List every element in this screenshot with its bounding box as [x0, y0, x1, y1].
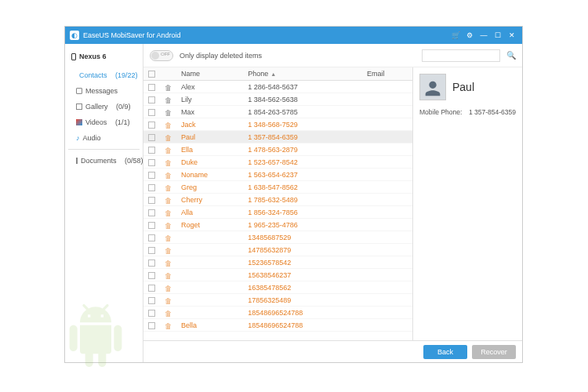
- table-row[interactable]: 🗑Paul1 357-854-6359: [143, 131, 412, 143]
- messages-icon: [76, 88, 82, 94]
- deleted-only-toggle[interactable]: [150, 50, 173, 61]
- cell-phone: 1 478-563-2879: [243, 143, 362, 156]
- cell-phone: 1 785-632-5489: [243, 194, 362, 206]
- device-name[interactable]: Nexus 6: [68, 50, 140, 63]
- search-icon[interactable]: 🔍: [506, 51, 516, 60]
- trash-icon: 🗑: [165, 222, 172, 229]
- cell-phone: 1 348-568-7529: [243, 118, 362, 131]
- sidebar-item-messages[interactable]: Messages: [68, 83, 140, 99]
- table-row[interactable]: 🗑15236578542: [143, 256, 412, 269]
- sidebar-item-videos[interactable]: Videos (1/1): [68, 114, 140, 130]
- cell-phone: 1 563-654-6237: [243, 169, 362, 181]
- table-row[interactable]: 🗑Jack1 348-568-7529: [143, 118, 412, 131]
- row-checkbox[interactable]: [148, 109, 155, 116]
- row-checkbox[interactable]: [148, 260, 155, 267]
- avatar: [419, 74, 446, 100]
- cell-phone: 15236578542: [243, 256, 362, 269]
- table-row[interactable]: 🗑Ella1 478-563-2879: [143, 143, 412, 156]
- cell-phone: 17856325489: [243, 294, 362, 307]
- row-checkbox[interactable]: [148, 234, 155, 241]
- detail-phone-value: 1 357-854-6359: [469, 108, 516, 116]
- cell-name: Jack: [176, 118, 243, 131]
- row-checkbox[interactable]: [148, 272, 155, 279]
- row-checkbox[interactable]: [148, 197, 155, 204]
- cell-name: [176, 269, 243, 281]
- cell-email: [362, 118, 412, 131]
- row-checkbox[interactable]: [148, 285, 155, 292]
- table-row[interactable]: 🗑Greg1 638-547-8562: [143, 181, 412, 194]
- cell-email: [362, 143, 412, 156]
- cell-name: Bella: [176, 319, 243, 332]
- select-all-checkbox[interactable]: [148, 71, 155, 78]
- row-checkbox[interactable]: [148, 96, 155, 103]
- cell-name: Max: [176, 106, 243, 118]
- row-checkbox[interactable]: [148, 172, 155, 179]
- cell-email: [362, 156, 412, 169]
- close-icon[interactable]: ✕: [506, 30, 517, 41]
- cell-phone: 1 638-547-8562: [243, 181, 362, 194]
- table-row[interactable]: 🗑Duke1 523-657-8542: [143, 156, 412, 169]
- table-row[interactable]: 🗑Cherry1 785-632-5489: [143, 194, 412, 206]
- maximize-icon[interactable]: ☐: [492, 30, 503, 41]
- table-row[interactable]: 🗑Max1 854-263-5785: [143, 106, 412, 118]
- app-icon: [70, 31, 79, 40]
- table-row[interactable]: 🗑17856325489: [143, 294, 412, 307]
- contacts-table[interactable]: Name Phone▲ Email 🗑Alex1 286-548-5637🗑Li…: [143, 67, 412, 340]
- trash-icon: 🗑: [165, 310, 172, 317]
- col-name[interactable]: Name: [176, 67, 243, 81]
- table-row[interactable]: 🗑Bella18548696524788: [143, 319, 412, 332]
- row-checkbox[interactable]: [148, 84, 155, 91]
- row-checkbox[interactable]: [148, 222, 155, 229]
- row-checkbox[interactable]: [148, 209, 155, 216]
- table-row[interactable]: 🗑Alex1 286-548-5637: [143, 81, 412, 93]
- cell-name: Greg: [176, 181, 243, 194]
- cell-name: Roget: [176, 219, 243, 231]
- minimize-icon[interactable]: —: [478, 30, 489, 41]
- gallery-icon: [76, 103, 82, 110]
- cell-phone: 14785632879: [243, 244, 362, 256]
- row-checkbox[interactable]: [148, 297, 155, 304]
- row-checkbox[interactable]: [148, 247, 155, 254]
- table-row[interactable]: 🗑18548696524788: [143, 307, 412, 319]
- back-button[interactable]: Back: [423, 345, 467, 359]
- table-row[interactable]: 🗑14785632879: [143, 244, 412, 256]
- sort-asc-icon: ▲: [270, 71, 276, 77]
- row-checkbox[interactable]: [148, 322, 155, 329]
- cart-icon[interactable]: 🛒: [450, 30, 461, 41]
- cell-phone: 18548696524788: [243, 319, 362, 332]
- recover-button[interactable]: Recover: [472, 345, 516, 359]
- table-row[interactable]: 🗑Lily1 384-562-5638: [143, 93, 412, 106]
- table-row[interactable]: 🗑Noname1 563-654-6237: [143, 169, 412, 181]
- row-checkbox[interactable]: [148, 184, 155, 191]
- cell-phone: 1 856-324-7856: [243, 206, 362, 219]
- settings-icon[interactable]: ⚙: [464, 30, 475, 41]
- app-title: EaseUS MobiSaver for Android: [83, 31, 181, 39]
- table-row[interactable]: 🗑16385478562: [143, 281, 412, 294]
- cell-email: [362, 281, 412, 294]
- cell-phone: 15638546237: [243, 269, 362, 281]
- cell-phone: 1 357-854-6359: [243, 131, 362, 143]
- cell-email: [362, 219, 412, 231]
- row-checkbox[interactable]: [148, 134, 155, 141]
- sidebar-item-contacts[interactable]: Contacts (19/22): [68, 67, 140, 83]
- documents-icon: [76, 158, 78, 164]
- table-row[interactable]: 🗑Roget1 965-235-4786: [143, 219, 412, 231]
- sidebar-item-gallery[interactable]: Gallery (0/9): [68, 99, 140, 114]
- col-phone[interactable]: Phone▲: [243, 67, 362, 81]
- table-row[interactable]: 🗑15638546237: [143, 269, 412, 281]
- sidebar-item-audio[interactable]: ♪ Audio: [68, 130, 140, 146]
- row-checkbox[interactable]: [148, 310, 155, 317]
- app-window: EaseUS MobiSaver for Android 🛒 ⚙ — ☐ ✕ N…: [64, 26, 523, 363]
- cell-name: Alex: [176, 81, 243, 93]
- row-checkbox[interactable]: [148, 159, 155, 166]
- sidebar-item-documents[interactable]: Documents (0/58): [68, 153, 140, 169]
- audio-icon: ♪: [76, 135, 80, 141]
- col-email[interactable]: Email: [362, 67, 412, 81]
- table-row[interactable]: 🗑13485687529: [143, 231, 412, 244]
- row-checkbox[interactable]: [148, 147, 155, 154]
- search-input[interactable]: [422, 49, 500, 62]
- table-row[interactable]: 🗑Alla1 856-324-7856: [143, 206, 412, 219]
- row-checkbox[interactable]: [148, 122, 155, 129]
- detail-panel: Paul Mobile Phone: 1 357-854-6359: [412, 67, 522, 340]
- cell-name: Ella: [176, 143, 243, 156]
